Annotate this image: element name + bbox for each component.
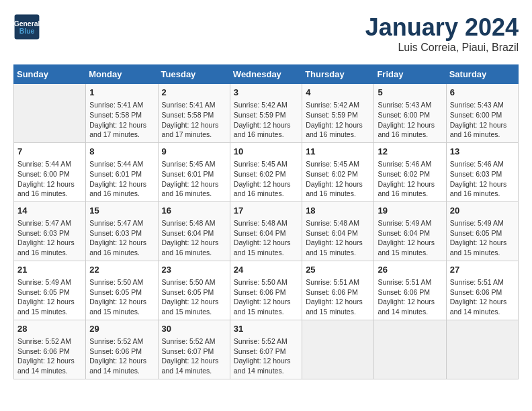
calendar-cell <box>14 84 86 143</box>
day-number: 16 <box>162 205 226 217</box>
day-number: 21 <box>17 264 82 276</box>
day-info: Sunrise: 5:44 AM Sunset: 6:00 PM Dayligh… <box>17 159 82 199</box>
weekday-header: Friday <box>374 65 446 84</box>
day-number: 1 <box>89 87 154 99</box>
calendar-cell: 16Sunrise: 5:48 AM Sunset: 6:04 PM Dayli… <box>158 201 230 261</box>
logo: General Blue <box>13 13 43 40</box>
day-number: 26 <box>378 264 442 276</box>
calendar-cell: 22Sunrise: 5:50 AM Sunset: 6:05 PM Dayli… <box>86 261 158 320</box>
weekday-header: Saturday <box>446 65 518 84</box>
logo-icon: General Blue <box>13 13 40 40</box>
weekday-header: Thursday <box>302 65 374 84</box>
day-number: 11 <box>306 146 370 158</box>
day-info: Sunrise: 5:47 AM Sunset: 6:03 PM Dayligh… <box>17 218 82 258</box>
calendar-cell: 12Sunrise: 5:46 AM Sunset: 6:02 PM Dayli… <box>374 142 446 201</box>
day-info: Sunrise: 5:52 AM Sunset: 6:06 PM Dayligh… <box>89 336 154 376</box>
day-info: Sunrise: 5:49 AM Sunset: 6:05 PM Dayligh… <box>17 277 82 317</box>
day-info: Sunrise: 5:51 AM Sunset: 6:06 PM Dayligh… <box>378 277 442 317</box>
calendar-cell: 26Sunrise: 5:51 AM Sunset: 6:06 PM Dayli… <box>374 261 446 320</box>
day-number: 19 <box>378 205 442 217</box>
day-info: Sunrise: 5:47 AM Sunset: 6:03 PM Dayligh… <box>89 218 154 258</box>
day-info: Sunrise: 5:51 AM Sunset: 6:06 PM Dayligh… <box>306 277 370 317</box>
weekday-header: Sunday <box>14 65 86 84</box>
day-info: Sunrise: 5:44 AM Sunset: 6:01 PM Dayligh… <box>89 159 154 199</box>
calendar-cell: 13Sunrise: 5:46 AM Sunset: 6:03 PM Dayli… <box>446 142 518 201</box>
calendar-cell: 31Sunrise: 5:52 AM Sunset: 6:07 PM Dayli… <box>230 320 302 379</box>
calendar-cell: 23Sunrise: 5:50 AM Sunset: 6:05 PM Dayli… <box>158 261 230 320</box>
calendar-cell: 4Sunrise: 5:42 AM Sunset: 5:59 PM Daylig… <box>302 84 374 143</box>
calendar-cell: 17Sunrise: 5:48 AM Sunset: 6:04 PM Dayli… <box>230 201 302 261</box>
day-info: Sunrise: 5:48 AM Sunset: 6:04 PM Dayligh… <box>162 218 226 258</box>
day-number: 20 <box>450 205 515 217</box>
day-number: 9 <box>162 146 226 158</box>
day-info: Sunrise: 5:43 AM Sunset: 6:00 PM Dayligh… <box>450 100 515 140</box>
day-number: 7 <box>17 146 82 158</box>
calendar-cell: 10Sunrise: 5:45 AM Sunset: 6:02 PM Dayli… <box>230 142 302 201</box>
calendar-week-row: 21Sunrise: 5:49 AM Sunset: 6:05 PM Dayli… <box>14 261 519 320</box>
day-number: 27 <box>450 264 515 276</box>
day-number: 6 <box>450 87 515 99</box>
weekday-header: Tuesday <box>158 65 230 84</box>
day-number: 18 <box>306 205 370 217</box>
day-number: 2 <box>162 87 226 99</box>
day-number: 22 <box>89 264 154 276</box>
calendar-cell: 1Sunrise: 5:41 AM Sunset: 5:58 PM Daylig… <box>86 84 158 143</box>
day-info: Sunrise: 5:42 AM Sunset: 5:59 PM Dayligh… <box>234 100 298 140</box>
calendar-cell: 24Sunrise: 5:50 AM Sunset: 6:06 PM Dayli… <box>230 261 302 320</box>
day-info: Sunrise: 5:42 AM Sunset: 5:59 PM Dayligh… <box>306 100 370 140</box>
calendar-cell: 11Sunrise: 5:45 AM Sunset: 6:02 PM Dayli… <box>302 142 374 201</box>
calendar-cell: 30Sunrise: 5:52 AM Sunset: 6:07 PM Dayli… <box>158 320 230 379</box>
day-info: Sunrise: 5:50 AM Sunset: 6:05 PM Dayligh… <box>162 277 226 317</box>
day-number: 8 <box>89 146 154 158</box>
calendar-cell: 28Sunrise: 5:52 AM Sunset: 6:06 PM Dayli… <box>14 320 86 379</box>
day-number: 25 <box>306 264 370 276</box>
calendar-cell: 5Sunrise: 5:43 AM Sunset: 6:00 PM Daylig… <box>374 84 446 143</box>
svg-text:Blue: Blue <box>19 28 35 35</box>
day-number: 5 <box>378 87 442 99</box>
day-info: Sunrise: 5:45 AM Sunset: 6:01 PM Dayligh… <box>162 159 226 199</box>
calendar-cell: 19Sunrise: 5:49 AM Sunset: 6:04 PM Dayli… <box>374 201 446 261</box>
calendar-cell <box>446 320 518 379</box>
svg-text:General: General <box>14 20 40 28</box>
weekday-header-row: SundayMondayTuesdayWednesdayThursdayFrid… <box>14 65 519 84</box>
calendar-cell: 9Sunrise: 5:45 AM Sunset: 6:01 PM Daylig… <box>158 142 230 201</box>
weekday-header: Wednesday <box>230 65 302 84</box>
day-info: Sunrise: 5:51 AM Sunset: 6:06 PM Dayligh… <box>450 277 515 317</box>
calendar-week-row: 14Sunrise: 5:47 AM Sunset: 6:03 PM Dayli… <box>14 201 519 261</box>
day-number: 4 <box>306 87 370 99</box>
calendar-cell: 21Sunrise: 5:49 AM Sunset: 6:05 PM Dayli… <box>14 261 86 320</box>
day-info: Sunrise: 5:41 AM Sunset: 5:58 PM Dayligh… <box>89 100 154 140</box>
day-info: Sunrise: 5:49 AM Sunset: 6:04 PM Dayligh… <box>378 218 442 258</box>
calendar-cell: 2Sunrise: 5:41 AM Sunset: 5:58 PM Daylig… <box>158 84 230 143</box>
location: Luis Correia, Piaui, Brazil <box>365 42 519 54</box>
day-number: 28 <box>17 323 82 335</box>
calendar-cell: 3Sunrise: 5:42 AM Sunset: 5:59 PM Daylig… <box>230 84 302 143</box>
calendar-cell: 29Sunrise: 5:52 AM Sunset: 6:06 PM Dayli… <box>86 320 158 379</box>
calendar-cell: 7Sunrise: 5:44 AM Sunset: 6:00 PM Daylig… <box>14 142 86 201</box>
day-info: Sunrise: 5:41 AM Sunset: 5:58 PM Dayligh… <box>162 100 226 140</box>
month-title: January 2024 <box>365 13 519 42</box>
day-number: 29 <box>89 323 154 335</box>
day-info: Sunrise: 5:45 AM Sunset: 6:02 PM Dayligh… <box>306 159 370 199</box>
day-number: 31 <box>234 323 298 335</box>
title-block: January 2024 Luis Correia, Piaui, Brazil <box>365 13 519 54</box>
calendar-cell: 18Sunrise: 5:48 AM Sunset: 6:04 PM Dayli… <box>302 201 374 261</box>
day-number: 23 <box>162 264 226 276</box>
day-info: Sunrise: 5:46 AM Sunset: 6:02 PM Dayligh… <box>378 159 442 199</box>
calendar-cell: 25Sunrise: 5:51 AM Sunset: 6:06 PM Dayli… <box>302 261 374 320</box>
calendar-week-row: 7Sunrise: 5:44 AM Sunset: 6:00 PM Daylig… <box>14 142 519 201</box>
day-number: 15 <box>89 205 154 217</box>
day-number: 24 <box>234 264 298 276</box>
day-number: 17 <box>234 205 298 217</box>
calendar-table: SundayMondayTuesdayWednesdayThursdayFrid… <box>13 64 519 379</box>
day-info: Sunrise: 5:50 AM Sunset: 6:05 PM Dayligh… <box>89 277 154 317</box>
weekday-header: Monday <box>86 65 158 84</box>
day-number: 13 <box>450 146 515 158</box>
day-info: Sunrise: 5:43 AM Sunset: 6:00 PM Dayligh… <box>378 100 442 140</box>
calendar-cell: 15Sunrise: 5:47 AM Sunset: 6:03 PM Dayli… <box>86 201 158 261</box>
day-number: 30 <box>162 323 226 335</box>
day-info: Sunrise: 5:49 AM Sunset: 6:05 PM Dayligh… <box>450 218 515 258</box>
day-info: Sunrise: 5:48 AM Sunset: 6:04 PM Dayligh… <box>234 218 298 258</box>
day-info: Sunrise: 5:46 AM Sunset: 6:03 PM Dayligh… <box>450 159 515 199</box>
calendar-cell <box>374 320 446 379</box>
